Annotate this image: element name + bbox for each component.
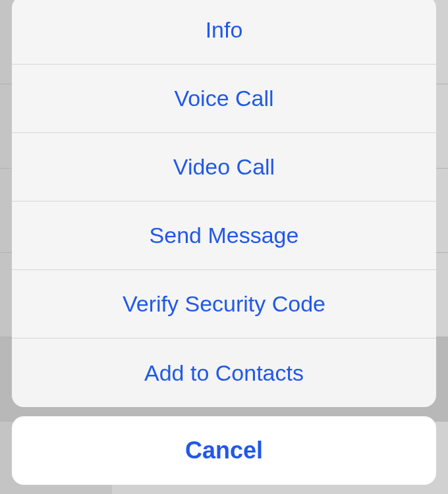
info-button[interactable]: Info xyxy=(12,0,436,65)
send-message-button[interactable]: Send Message xyxy=(12,202,436,270)
voice-call-button[interactable]: Voice Call xyxy=(12,65,436,133)
cancel-label: Cancel xyxy=(185,437,263,464)
verify-security-code-button[interactable]: Verify Security Code xyxy=(12,270,436,339)
send-message-label: Send Message xyxy=(150,223,299,248)
video-call-label: Video Call xyxy=(173,154,275,180)
verify-security-code-label: Verify Security Code xyxy=(123,291,325,317)
video-call-button[interactable]: Video Call xyxy=(12,133,436,202)
cancel-button[interactable]: Cancel xyxy=(12,416,436,485)
add-to-contacts-label: Add to Contacts xyxy=(144,360,304,386)
action-sheet-options: Info Voice Call Video Call Send Message … xyxy=(12,0,436,407)
add-to-contacts-button[interactable]: Add to Contacts xyxy=(12,339,436,407)
info-label: Info xyxy=(206,17,243,43)
action-sheet: Info Voice Call Video Call Send Message … xyxy=(0,0,448,494)
voice-call-label: Voice Call xyxy=(174,86,273,111)
